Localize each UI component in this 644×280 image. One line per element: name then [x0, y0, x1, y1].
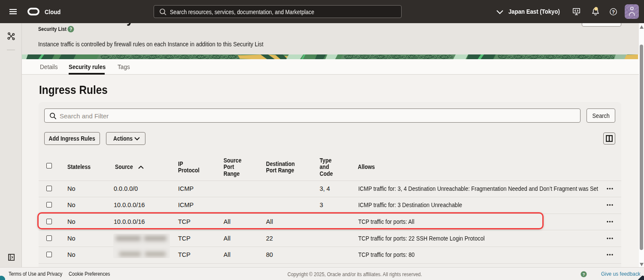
- svg-text:?: ?: [70, 27, 72, 32]
- svg-text:?: ?: [612, 9, 615, 15]
- svg-text:?: ?: [583, 272, 585, 277]
